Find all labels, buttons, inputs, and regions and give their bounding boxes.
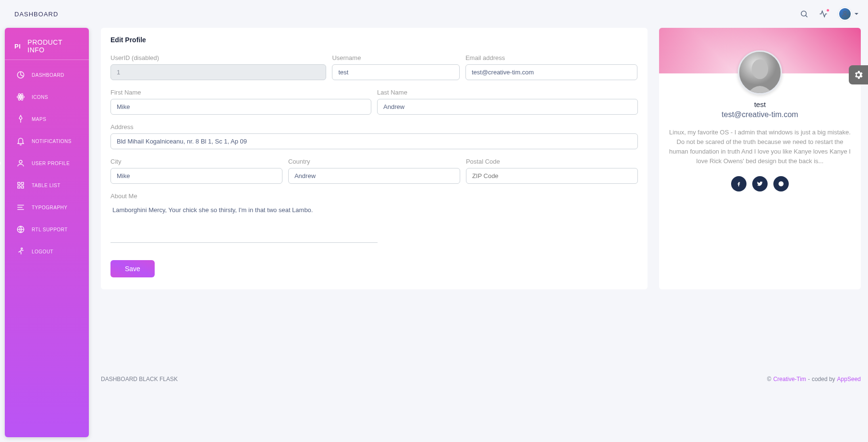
label-email: Email address (465, 54, 637, 61)
username-input[interactable] (332, 64, 460, 80)
footer-copyright-symbol: © (767, 376, 771, 382)
sidebar-item-table-list: TABLE LIST (5, 174, 89, 196)
svg-point-0 (801, 11, 807, 16)
label-country: Country (288, 158, 460, 165)
user-icon (16, 159, 25, 167)
postal-input[interactable] (466, 168, 638, 184)
footer-link-creative-tim[interactable]: Creative-Tim (773, 376, 806, 382)
label-username: Username (332, 54, 460, 61)
chart-pie-icon (16, 71, 25, 79)
sidebar-item-notifications: NOTIFICATIONS (5, 130, 89, 152)
label-firstname: First Name (110, 89, 371, 96)
profile-card: test test@creative-tim.com Linux, my fav… (659, 28, 861, 289)
facebook-button[interactable] (731, 176, 746, 191)
email-input[interactable] (465, 64, 637, 80)
avatar (838, 7, 852, 21)
footer-coded-by: coded by (812, 376, 835, 382)
google-button[interactable] (773, 176, 789, 191)
notification-dot (826, 9, 830, 12)
footer-separator: - (808, 376, 810, 382)
sidebar-item-dashboard: DASHBOARD (5, 64, 89, 86)
brand-initials: PI (14, 43, 21, 50)
label-lastname: Last Name (377, 89, 638, 96)
footer-left: DASHBOARD BLACK FLASK (101, 376, 178, 382)
svg-point-17 (779, 181, 784, 186)
sidebar-item-user-profile: USER PROFILE (5, 152, 89, 174)
svg-point-14 (21, 248, 23, 250)
social-links (669, 176, 851, 191)
brand-label: PRODUCT INFO (27, 38, 79, 54)
facebook-icon (735, 180, 742, 187)
edit-profile-heading: Edit Profile (110, 36, 638, 44)
label-city: City (110, 158, 282, 165)
chat-icon (778, 180, 784, 187)
firstname-input[interactable] (110, 99, 371, 115)
about-textarea[interactable] (110, 203, 378, 243)
topbar-actions (800, 7, 858, 21)
person-icon (841, 10, 849, 18)
user-menu-button[interactable] (838, 7, 858, 21)
profile-username: test (669, 100, 851, 108)
label-address: Address (110, 123, 638, 131)
sidebar-item-rtl: RTL SUPPORT (5, 218, 89, 240)
save-button[interactable]: Save (110, 260, 155, 277)
run-icon (16, 247, 25, 256)
footer: DASHBOARD BLACK FLASK © Creative-Tim - c… (101, 376, 861, 382)
edit-profile-card: Edit Profile UserID (disabled) Username … (101, 28, 648, 289)
puzzle-icon (16, 181, 25, 190)
search-button[interactable] (800, 10, 808, 18)
footer-right: © Creative-Tim - coded by AppSeed (767, 376, 861, 382)
brand-link[interactable]: PI PRODUCT INFO (5, 34, 89, 60)
twitter-button[interactable] (752, 176, 768, 191)
sidebar-item-typography: TYPOGRAPHY (5, 196, 89, 218)
page-title: DASHBOARD (14, 11, 58, 18)
svg-point-2 (844, 12, 846, 14)
sidebar-item-logout: LOGOUT (5, 240, 89, 263)
notifications-button[interactable] (819, 10, 828, 18)
label-postal: Postal Code (466, 158, 638, 165)
label-userid: UserID (disabled) (110, 54, 326, 61)
chevron-down-icon (855, 13, 858, 17)
search-icon (800, 10, 808, 18)
country-input[interactable] (288, 168, 460, 184)
twitter-icon (757, 180, 763, 187)
sidebar-item-maps: MAPS (5, 108, 89, 130)
svg-point-16 (752, 59, 768, 79)
label-about: About Me (110, 192, 638, 200)
globe-icon (16, 225, 25, 234)
city-input[interactable] (110, 168, 282, 184)
svg-point-9 (19, 160, 22, 163)
profile-photo (738, 50, 782, 95)
pin-icon (16, 115, 25, 123)
bell-icon (16, 137, 25, 145)
settings-fab[interactable] (849, 65, 868, 84)
profile-bio: Linux, my favorite OS - I admin that win… (669, 128, 851, 167)
sidebar-item-icons: ICONS (5, 86, 89, 108)
profile-email: test@creative-tim.com (669, 110, 851, 119)
align-icon (16, 203, 25, 212)
footer-link-appseed[interactable]: AppSeed (837, 376, 861, 382)
svg-point-4 (20, 96, 22, 98)
topbar: DASHBOARD (0, 0, 868, 28)
atom-icon (16, 93, 25, 101)
svg-line-1 (806, 15, 807, 17)
lastname-input[interactable] (377, 99, 638, 115)
sidebar: PI PRODUCT INFO DASHBOARD ICONS MAPS NOT… (5, 28, 89, 397)
gear-icon (853, 70, 864, 80)
page-content: Edit Profile UserID (disabled) Username … (94, 28, 868, 397)
profile-photo-placeholder (739, 52, 781, 93)
address-input[interactable] (110, 133, 638, 149)
userid-input (110, 64, 326, 80)
